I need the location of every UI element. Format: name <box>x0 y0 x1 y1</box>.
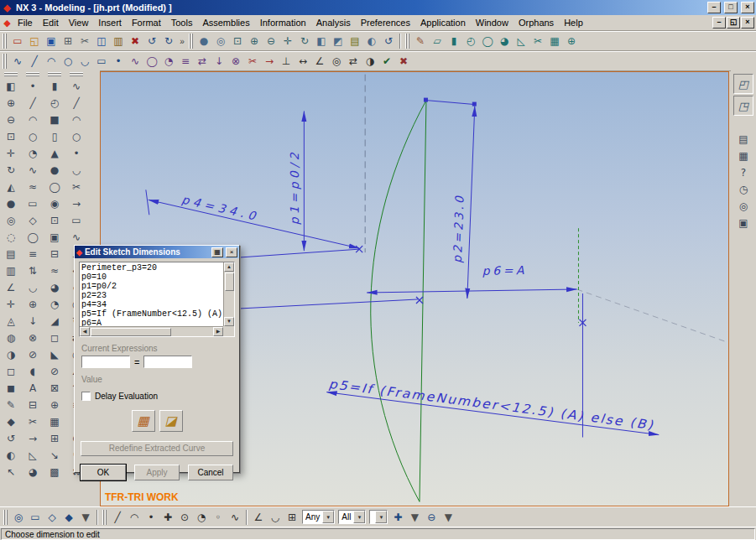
dimension-p2[interactable]: p2=23.0 <box>451 106 475 299</box>
copy-icon[interactable]: ◫ <box>93 33 110 49</box>
delete-icon[interactable]: ✖ <box>127 33 143 49</box>
show-and-hide-icon[interactable]: ◑ <box>3 346 19 363</box>
zoom-in-icon[interactable]: ⊕ <box>246 33 263 49</box>
circle-icon[interactable]: ○ <box>24 128 41 145</box>
cut-icon[interactable]: ✂ <box>76 33 93 49</box>
refresh-icon[interactable]: ↺ <box>3 430 19 447</box>
menu-insert[interactable]: Insert <box>93 17 127 29</box>
expression-item-p2-23[interactable]: p2=23 <box>81 291 222 300</box>
expression-item-p6-a[interactable]: p6=A <box>81 319 222 326</box>
dimension-p4-label[interactable]: p4=34.0 <box>180 193 258 223</box>
expression-item-p0-10[interactable]: p0=10 <box>81 273 222 282</box>
arc-icon[interactable]: ◠ <box>24 112 41 128</box>
patch-icon[interactable]: ▦ <box>46 413 63 430</box>
class-selection-icon[interactable]: ◆ <box>60 509 77 526</box>
mirror-icon[interactable]: ⇅ <box>24 262 41 279</box>
isometric-view-icon[interactable]: ◩ <box>330 33 347 49</box>
sketcher-rectangle-icon[interactable]: ▭ <box>68 212 85 229</box>
spline-icon[interactable]: ∿ <box>24 162 41 179</box>
mdi-minimize-button[interactable]: – <box>712 17 726 29</box>
pan-icon[interactable]: ✛ <box>3 145 19 162</box>
extract-icon[interactable]: ◖ <box>24 363 41 380</box>
dimensions-icon[interactable]: ↔ <box>295 53 311 70</box>
expression-value-input[interactable] <box>143 356 192 368</box>
sketcher-spline-icon[interactable]: ∿ <box>68 229 85 246</box>
alternate-solution-icon[interactable]: ◑ <box>362 53 378 70</box>
snap-tangent-icon[interactable]: ◡ <box>267 509 284 526</box>
toolbar-grip[interactable] <box>48 72 61 76</box>
paste-icon[interactable]: ▥ <box>110 33 127 49</box>
toolbar-grip[interactable] <box>102 510 107 525</box>
scroll-up-icon[interactable]: ▲ <box>224 262 234 272</box>
project-icon[interactable]: ↓ <box>24 313 41 330</box>
offset-icon[interactable]: ≡ <box>24 246 41 262</box>
snap-end-point-icon[interactable]: ╱ <box>109 509 126 526</box>
mirror-curve-icon[interactable]: ⇄ <box>194 53 211 70</box>
dimension-p5-label[interactable]: p5=If (FrameNumber<12.5) (A) else (B) <box>328 376 655 434</box>
scroll-right-icon[interactable]: ▶ <box>213 327 223 336</box>
menu-help[interactable]: Help <box>559 17 588 29</box>
sketch-arc-icon[interactable]: ◠ <box>43 53 60 70</box>
revolve-feature-icon[interactable]: ◴ <box>46 95 63 112</box>
snap-point-options-icon[interactable]: ▼ <box>406 509 423 526</box>
sketch-ellipse-icon[interactable]: ◯ <box>143 53 160 70</box>
web-browser-icon[interactable]: ◎ <box>735 198 752 215</box>
entity-filter-dropdown[interactable]: All ▼ <box>338 510 366 524</box>
dropdown-arrow-icon[interactable]: ▼ <box>353 511 365 523</box>
point-icon[interactable]: • <box>24 78 41 95</box>
dimension-p6-label[interactable]: p6=A <box>482 263 526 278</box>
fit-icon[interactable]: ⊡ <box>3 128 19 145</box>
split-body-icon[interactable]: ⊠ <box>46 380 63 397</box>
menu-window[interactable]: Window <box>471 17 514 29</box>
quick-trim-icon[interactable]: ✂ <box>244 53 261 70</box>
close-button[interactable]: × <box>741 2 754 13</box>
horizontal-scrollbar[interactable]: ◀ ▶ <box>80 326 223 336</box>
expression-editor-button[interactable]: ◪ <box>159 410 183 432</box>
mdi-restore-button[interactable]: ◱ <box>727 17 740 29</box>
rectangle-select-icon[interactable]: ▭ <box>27 509 44 526</box>
chamfer-icon[interactable]: ◺ <box>513 33 529 49</box>
reset-orientation-icon[interactable]: ↖ <box>3 464 19 480</box>
unite-icon[interactable]: ⊕ <box>563 33 580 49</box>
thread-icon[interactable]: ≈ <box>46 262 63 279</box>
wcs-dynamics-icon[interactable]: ✛ <box>3 296 19 313</box>
sketch-line-icon[interactable]: ╱ <box>26 53 43 70</box>
wcs-display-icon[interactable]: ∠ <box>3 279 19 296</box>
sketcher-line-icon[interactable]: ╱ <box>68 95 85 112</box>
pattern-feature-icon[interactable]: ▦ <box>546 33 563 49</box>
ok-button[interactable]: OK <box>81 465 126 480</box>
line-icon[interactable]: ╱ <box>24 95 41 112</box>
revolve-icon[interactable]: ◴ <box>462 33 479 49</box>
dimension-p4[interactable]: p4=34.0 <box>149 193 359 249</box>
cancel-button[interactable]: Cancel <box>188 465 233 480</box>
expression-item-p5-if-framenumber-12-5-a-else[interactable]: p5=If (FrameNumber<12.5) (A) else <box>81 309 222 319</box>
text-icon[interactable]: A <box>24 380 41 397</box>
menu-application[interactable]: Application <box>415 17 471 29</box>
menu-assemblies[interactable]: Assemblies <box>197 17 254 29</box>
save-part-icon[interactable]: ▣ <box>43 33 60 49</box>
rotate-view-icon[interactable]: ↻ <box>296 33 313 49</box>
help-icon[interactable]: ? <box>735 164 752 181</box>
dimension-p1[interactable]: p1=p0/2 <box>288 112 304 252</box>
toolbar-grip[interactable] <box>189 34 193 49</box>
hole-feature-icon[interactable]: ◯ <box>46 179 63 195</box>
unzoom-icon[interactable]: ⊖ <box>3 112 19 128</box>
chamfer-feature-icon[interactable]: ◢ <box>46 313 63 330</box>
dropdown-arrow-icon[interactable]: ▼ <box>375 511 387 523</box>
constraints-icon[interactable]: ⊥ <box>278 53 295 70</box>
intersect-icon[interactable]: ⊗ <box>24 330 41 346</box>
edge-blend-feature-icon[interactable]: ◕ <box>46 279 63 296</box>
toolbar-grip[interactable] <box>26 72 39 76</box>
menu-file[interactable]: File <box>13 17 38 29</box>
mdi-close-button[interactable]: × <box>741 17 754 29</box>
sew-icon[interactable]: ⊕ <box>46 397 63 413</box>
profile-icon[interactable]: ∿ <box>9 53 26 70</box>
highlight-icon[interactable]: ◆ <box>3 413 19 430</box>
horizontal-scroll-thumb[interactable] <box>91 328 171 336</box>
pad-icon[interactable]: ▣ <box>46 229 63 246</box>
toolbar-overflow-chevron[interactable]: » <box>177 37 187 46</box>
toolbar-grip[interactable] <box>4 72 18 76</box>
shaded-display-icon[interactable]: ● <box>196 33 212 49</box>
menu-analysis[interactable]: Analysis <box>311 17 356 29</box>
expression-item-perimeter-p3-20[interactable]: Perimeter_p3=20 <box>81 263 222 273</box>
